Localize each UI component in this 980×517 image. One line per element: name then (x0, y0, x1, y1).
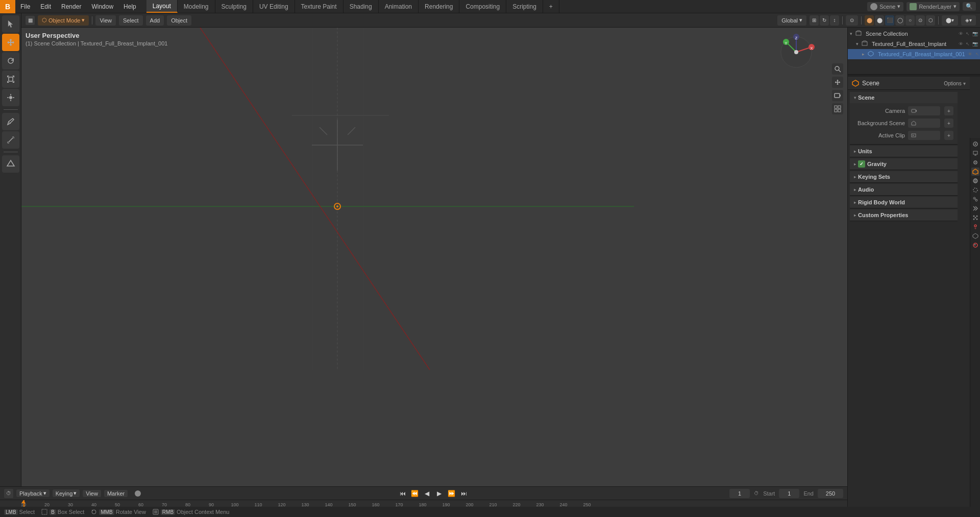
prop-section-keying-sets-header[interactable]: ▸ Keying Sets (850, 171, 958, 182)
workspace-tab-compositing[interactable]: Compositing (459, 0, 506, 13)
viewport-gizmo[interactable]: X Y Z (776, 32, 817, 73)
transform-toggle-1[interactable]: ⊞ (810, 15, 819, 26)
prop-tab-particles[interactable] (971, 214, 979, 222)
marker-btn[interactable]: Marker (104, 490, 128, 497)
workspace-tab-add[interactable]: + (543, 0, 559, 13)
prop-tab-modifiers[interactable] (971, 204, 979, 213)
mode-selector[interactable]: ⬡ Object Mode ▾ (38, 15, 89, 26)
implant-vis-eye[interactable]: 👁 (958, 41, 964, 47)
add-menu[interactable]: Add (146, 15, 164, 26)
overlay-icon-7[interactable]: ⬡ (926, 15, 935, 26)
start-frame-input[interactable]: 1 (779, 489, 799, 498)
select-menu[interactable]: Select (119, 15, 143, 26)
tool-measure[interactable] (2, 131, 19, 149)
timeline-menu-btn[interactable]: ⏱ (4, 489, 13, 498)
tool-rotate[interactable] (2, 52, 19, 69)
transform-toggle-2[interactable]: ↻ (820, 15, 829, 26)
prop-tab-output[interactable] (971, 149, 979, 157)
timeline-view-btn[interactable]: View (83, 490, 101, 497)
prop-tab-constraints[interactable] (971, 195, 979, 203)
object-menu[interactable]: Object (167, 15, 191, 26)
menu-edit[interactable]: Edit (35, 0, 56, 13)
workspace-tab-shading[interactable]: Shading (344, 0, 379, 13)
outliner-item-implant-001[interactable]: ▸ Textured_Full_Breast_Implant_001 👁 ↖ 📷 (848, 49, 980, 59)
jump-end-btn[interactable]: ⏭ (459, 488, 469, 499)
overlay-icon-4[interactable]: ◯ (895, 15, 904, 26)
viewport[interactable]: User Perspective (1) Scene Collection | … (21, 28, 847, 486)
keying-btn[interactable]: Keying ▾ (53, 489, 80, 497)
prop-tab-render[interactable] (971, 140, 979, 148)
workspace-tab-uv[interactable]: UV Editing (253, 0, 295, 13)
prop-tab-data[interactable] (971, 232, 979, 240)
transform-toggle-3[interactable]: ↕ (830, 15, 839, 26)
prop-options-btn[interactable]: Options ▾ (944, 80, 966, 87)
prop-tab-scene[interactable] (971, 168, 979, 176)
proportional-edit-btn[interactable]: ⊙ (846, 15, 858, 26)
workspace-tab-animation[interactable]: Animation (379, 0, 419, 13)
menu-help[interactable]: Help (118, 0, 141, 13)
tool-annotate[interactable] (2, 113, 19, 130)
prev-keyframe-btn[interactable]: ⏪ (410, 488, 420, 499)
overlay-icon-5[interactable]: ○ (905, 15, 915, 26)
play-backward-btn[interactable]: ◀ (422, 488, 432, 499)
overlay-toggle-btn[interactable]: ⬤▾ (942, 15, 958, 26)
tool-transform[interactable] (2, 89, 19, 106)
prop-section-audio-header[interactable]: ▸ Audio (850, 184, 958, 195)
prop-section-units-header[interactable]: ▸ Units (850, 146, 958, 157)
active-clip-new-btn[interactable]: + (944, 131, 953, 140)
camera-new-btn[interactable]: + (944, 106, 953, 115)
next-keyframe-btn[interactable]: ⏩ (447, 488, 457, 499)
active-clip-value[interactable] (908, 131, 940, 140)
menu-file[interactable]: File (15, 0, 35, 13)
overlay-icon-1[interactable]: ⬤ (865, 15, 874, 26)
search-button[interactable]: 🔍 (963, 2, 976, 11)
vp-zoom-icon[interactable] (832, 63, 843, 75)
scene-selector[interactable]: Scene ▾ (867, 2, 903, 11)
prop-tab-object[interactable] (971, 186, 979, 194)
xray-toggle-btn[interactable]: ◈▾ (961, 15, 976, 26)
menu-render[interactable]: Render (56, 0, 86, 13)
vp-pan-icon[interactable] (832, 77, 843, 88)
play-forward-btn[interactable]: ▶ (434, 488, 445, 499)
tool-scale[interactable] (2, 70, 19, 88)
viewport-menu-btn[interactable]: ▦ (26, 16, 35, 25)
bg-scene-new-btn[interactable]: + (944, 119, 953, 128)
vis-icon-render[interactable]: 📷 (972, 31, 978, 37)
playback-btn[interactable]: Playback ▾ (16, 489, 50, 497)
workspace-tab-sculpting[interactable]: Sculpting (215, 0, 253, 13)
prop-tab-material[interactable] (971, 241, 979, 249)
workspace-tab-scripting[interactable]: Scripting (506, 0, 543, 13)
overlay-icon-6[interactable]: ⊙ (916, 15, 925, 26)
vis-icon-eye[interactable]: 👁 (958, 31, 964, 37)
gravity-checkbox[interactable]: ✓ (858, 160, 865, 168)
menu-window[interactable]: Window (86, 0, 118, 13)
workspace-tab-rendering[interactable]: Rendering (419, 0, 459, 13)
vp-grid-icon[interactable] (832, 103, 843, 114)
camera-value[interactable] (908, 106, 940, 115)
workspace-tab-layout[interactable]: Layout (146, 0, 178, 13)
workspace-tab-modeling[interactable]: Modeling (178, 0, 215, 13)
prop-section-gravity-header[interactable]: ▸ ✓ Gravity (850, 158, 958, 170)
jump-start-btn[interactable]: ⏮ (398, 488, 408, 499)
vp-camera-icon[interactable] (832, 90, 843, 101)
end-frame-input[interactable]: 250 (818, 489, 843, 498)
outliner-item-implant[interactable]: ▾ Textured_Full_Breast_Implant 👁 ↖ 📷 (848, 39, 980, 49)
view-menu[interactable]: View (95, 15, 116, 26)
global-selector[interactable]: Global ▾ (777, 15, 806, 26)
current-frame-input[interactable]: 1 (729, 489, 750, 498)
tool-cursor[interactable] (2, 15, 19, 33)
tool-move[interactable] (2, 34, 19, 51)
vis-icon-cursor[interactable]: ↖ (965, 31, 971, 37)
outliner-item-scene-collection[interactable]: ▾ Scene Collection 👁 ↖ 📷 (848, 29, 980, 39)
prop-tab-world[interactable] (971, 177, 979, 185)
tool-object-add[interactable] (2, 155, 19, 173)
record-button[interactable] (135, 490, 141, 497)
overlay-icon-2[interactable]: ⬤ (875, 15, 884, 26)
prop-tab-view[interactable] (971, 158, 979, 167)
implant-001-vis-eye[interactable]: 👁 (967, 51, 973, 57)
bg-scene-value[interactable] (908, 119, 940, 128)
prop-section-custom-props-header[interactable]: ▸ Custom Properties (850, 209, 958, 221)
prop-section-rigid-body-header[interactable]: ▸ Rigid Body World (850, 197, 958, 208)
prop-tab-physics[interactable] (971, 223, 979, 231)
prop-section-scene-header[interactable]: ▾ Scene (850, 92, 958, 103)
